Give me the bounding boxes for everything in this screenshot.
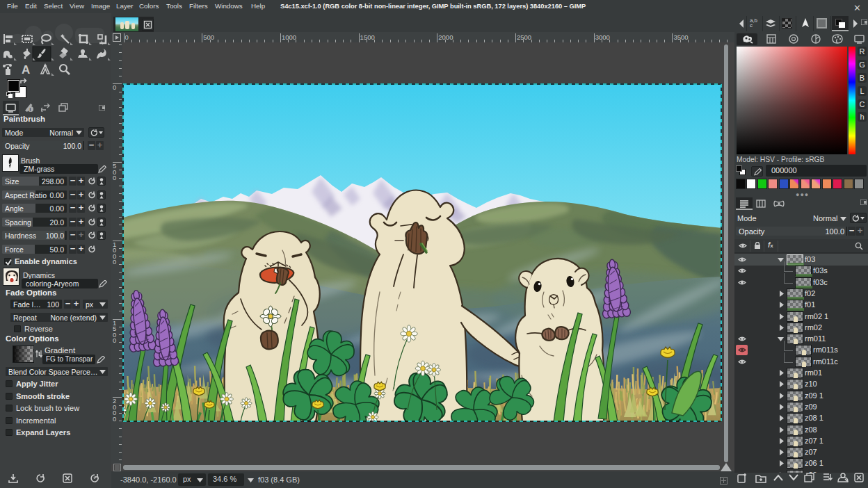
svg-text:A: A	[22, 63, 30, 76]
svg-text:i: i	[29, 107, 31, 112]
